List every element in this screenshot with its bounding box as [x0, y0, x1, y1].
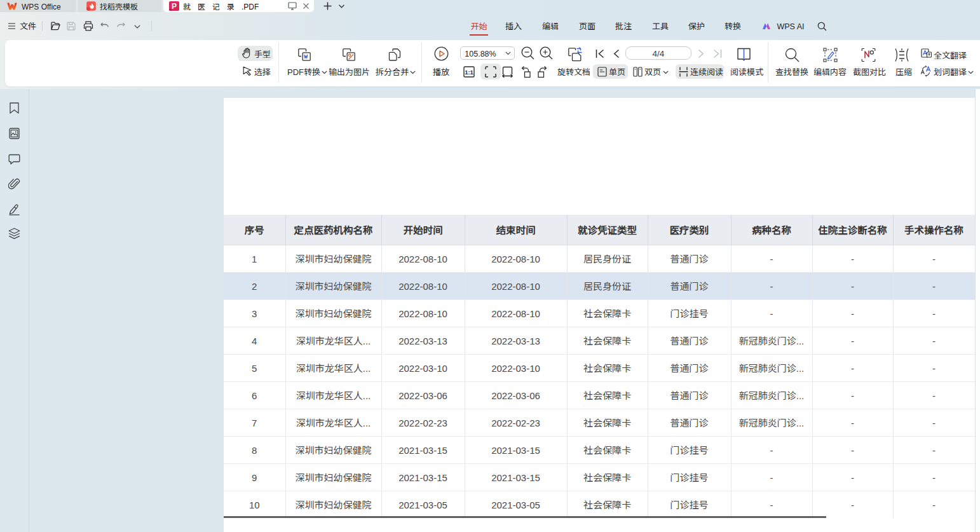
- svg-text:1:1: 1:1: [465, 69, 473, 76]
- svg-text:P: P: [172, 2, 177, 11]
